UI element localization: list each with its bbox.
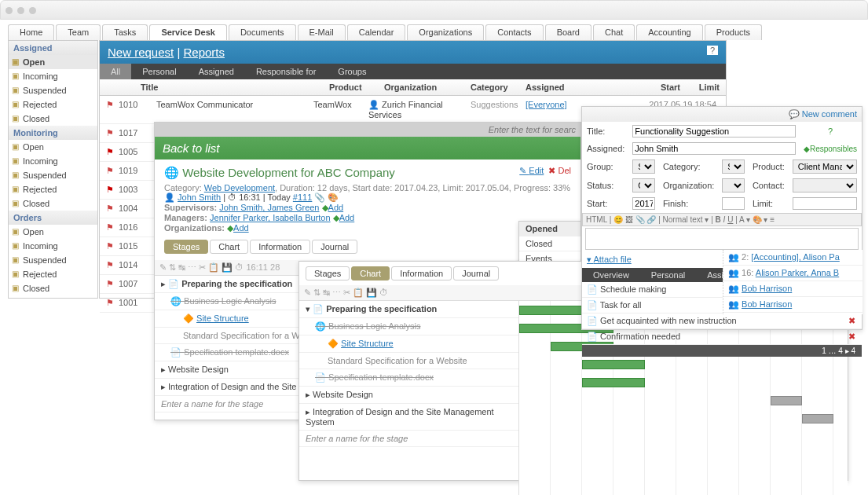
view-tab-stages[interactable]: Stages — [306, 266, 350, 280]
issue-detail: ✎ Edit ✖ Del 🌐 Website Development for A… — [155, 160, 580, 260]
back-to-list-link[interactable]: Back to list — [163, 141, 220, 155]
sidebar-item[interactable]: Incoming — [9, 154, 97, 168]
sidebar-item[interactable]: Open — [9, 55, 97, 69]
pager[interactable]: 1 … 4 ▸ 4 — [582, 345, 862, 357]
gantt-bar[interactable] — [802, 414, 833, 424]
tab-products[interactable]: Products — [705, 24, 762, 40]
sidebar-item[interactable]: Suspended — [9, 168, 97, 182]
filter-tab[interactable]: Personal — [131, 64, 187, 79]
task-tabs: OverviewPersonalAssignedGroupsAll — [582, 268, 730, 282]
view-tab-information[interactable]: Information — [391, 266, 452, 280]
sidebar-item[interactable]: Suspended — [9, 253, 97, 267]
search-placeholder[interactable]: Enter the text for searc — [489, 125, 576, 134]
view-tab-journal[interactable]: Journal — [312, 240, 357, 254]
view-tab-stages[interactable]: Stages — [164, 240, 208, 254]
assignee-row[interactable]: 👥 2: [Accounting], Alison Pa — [723, 250, 863, 266]
flag-icon[interactable]: ⚑ — [100, 98, 112, 121]
sidebar-item[interactable]: Open — [9, 140, 97, 154]
view-tab-information[interactable]: Information — [250, 240, 310, 254]
title-input[interactable] — [632, 125, 796, 138]
sidebar-header: Assigned — [9, 41, 97, 55]
sidebar-item[interactable]: Incoming — [9, 69, 97, 83]
task-tab[interactable]: Overview — [582, 268, 640, 282]
sidebar-item[interactable]: Open — [9, 225, 97, 239]
tab-tasks[interactable]: Tasks — [102, 24, 148, 40]
group-select[interactable]: Software Support — [632, 160, 655, 174]
tab-board[interactable]: Board — [545, 24, 591, 40]
gantt-bar[interactable] — [582, 378, 645, 387]
mini-item[interactable]: Closed — [519, 236, 580, 251]
rich-toolbar[interactable]: HTML | 😊 🖼 📎 🔗 | Normal text ▾ | B I U |… — [582, 213, 862, 226]
sidebar-item[interactable]: Closed — [9, 112, 97, 126]
tab-e-mail[interactable]: E-Mail — [298, 24, 346, 40]
org-select[interactable] — [722, 178, 745, 192]
edit-link[interactable]: ✎ Edit — [519, 166, 544, 175]
task-row[interactable]: 📄 Confirmation needed✖ — [582, 329, 862, 345]
task-row[interactable]: 📄 Get acquainted with new instruction✖ — [582, 314, 862, 329]
filter-tab[interactable]: Groups — [327, 64, 377, 79]
help-icon[interactable]: ? — [800, 123, 860, 139]
tab-documents[interactable]: Documents — [229, 24, 296, 40]
sidebar-item[interactable]: Rejected — [9, 97, 97, 112]
issue-owner-row: 👤 John Smith | ⏱ 16:31 | Today #111 📎 🎨 — [164, 192, 571, 203]
col-start[interactable]: Start — [582, 79, 687, 95]
reports-link[interactable]: Reports — [183, 46, 225, 59]
row-assigned[interactable]: [Everyone] — [519, 98, 582, 121]
new-request-link[interactable]: New request — [108, 46, 174, 59]
col-limit[interactable]: Limit — [687, 79, 726, 95]
sidebar-item[interactable]: Incoming — [9, 239, 97, 253]
product-select[interactable]: Client Manager — [793, 160, 857, 174]
row-org: Zurich Financial Services — [368, 100, 443, 119]
tab-accounting[interactable]: Accounting — [636, 24, 702, 40]
responsibles-link[interactable]: ◆Responsibles — [800, 141, 860, 156]
tab-team[interactable]: Team — [56, 24, 101, 40]
col-title[interactable]: Title — [134, 79, 323, 95]
sidebar-item[interactable]: Closed — [9, 281, 97, 295]
delete-link[interactable]: ✖ Del — [548, 166, 571, 175]
view-tab-chart[interactable]: Chart — [351, 266, 390, 280]
status-select[interactable]: Open — [632, 178, 655, 192]
col-cat[interactable]: Category — [464, 79, 519, 95]
limit-input[interactable] — [793, 197, 857, 210]
tab-chat[interactable]: Chat — [593, 24, 635, 40]
assignee-row[interactable]: 👥 Bob Harrison — [723, 281, 863, 297]
mini-item[interactable]: Opened — [519, 222, 580, 236]
tab-contacts[interactable]: Contacts — [485, 24, 543, 40]
sidebar-item[interactable]: Rejected — [9, 267, 97, 281]
col-product[interactable]: Product — [323, 79, 378, 95]
sidebar-item[interactable]: Rejected — [9, 182, 97, 196]
task-tab[interactable]: Personal — [640, 268, 696, 282]
issue-title: 🌐 Website Development for ABC Company — [164, 166, 571, 180]
back-bar: Back to list — [155, 137, 580, 160]
tab-organizations[interactable]: Organizations — [407, 24, 484, 40]
assignee-row[interactable]: 👥 16: Alison Parker, Anna B — [723, 266, 863, 281]
top-tabs: HomeTeamTasksService DeskDocumentsE-Mail… — [8, 24, 727, 40]
add-supervisor[interactable]: Add — [328, 203, 344, 212]
assignee-row[interactable]: 👥 Bob Harrison — [723, 297, 863, 313]
tab-calendar[interactable]: Calendar — [347, 24, 406, 40]
add-manager[interactable]: Add — [339, 213, 355, 222]
col-assigned[interactable]: Assigned — [519, 79, 582, 95]
category-select[interactable]: Suggestions — [722, 160, 745, 174]
attach-file-link[interactable]: ▾ Attach file — [587, 255, 632, 264]
filter-tab[interactable]: All — [100, 64, 131, 79]
tab-home[interactable]: Home — [8, 24, 54, 40]
finish-input[interactable] — [722, 197, 745, 210]
add-org[interactable]: Add — [233, 223, 249, 233]
start-input[interactable] — [632, 197, 655, 210]
gantt-bar[interactable] — [771, 396, 802, 405]
filter-tab[interactable]: Responsible for — [245, 64, 327, 79]
contact-select[interactable] — [793, 178, 857, 192]
sidebar-item[interactable]: Suspended — [9, 83, 97, 97]
view-tab-journal[interactable]: Journal — [453, 266, 499, 280]
filter-tab[interactable]: Assigned — [188, 64, 245, 79]
new-comment-link[interactable]: 💬 New comment — [789, 109, 857, 119]
comment-body[interactable] — [585, 228, 859, 250]
view-tab-chart[interactable]: Chart — [210, 240, 248, 254]
col-org[interactable]: Organization — [378, 79, 464, 95]
sidebar-item[interactable]: Closed — [9, 196, 97, 211]
assigned-input[interactable] — [632, 142, 796, 155]
gantt-bar[interactable] — [582, 360, 645, 369]
tab-service-desk[interactable]: Service Desk — [149, 24, 227, 40]
help-icon[interactable]: ? — [707, 46, 718, 55]
